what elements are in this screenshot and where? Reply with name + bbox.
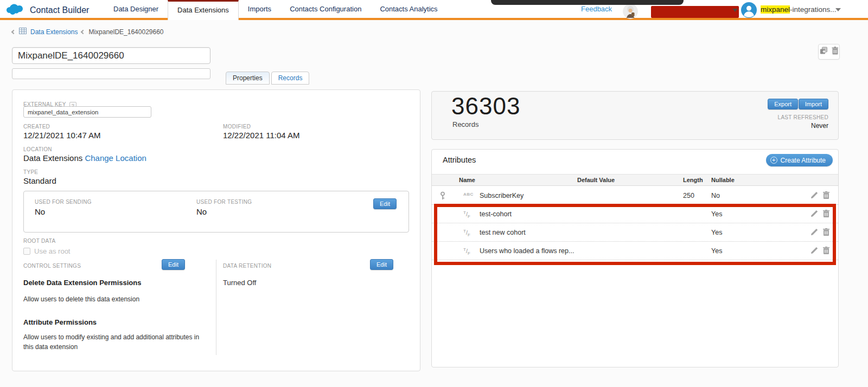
attribute-nullable: Yes (711, 229, 722, 236)
top-nav: Contact Builder Data Designer Data Exten… (0, 0, 868, 20)
boolean-type-icon: T/F (463, 229, 470, 237)
delete-attribute-icon[interactable] (823, 191, 829, 201)
control-settings-label: CONTROL SETTINGS (23, 263, 81, 269)
data-retention-label: DATA RETENTION (223, 263, 271, 269)
attribute-nullable: Yes (711, 210, 722, 218)
create-attribute-button[interactable]: + Create Attribute (766, 154, 833, 166)
boolean-type-icon: T/F (463, 210, 470, 219)
breadcrumb-current: MixpanelDE_1640029660 (88, 28, 163, 36)
panel-divider (216, 260, 216, 355)
tab-properties[interactable]: Properties (226, 72, 270, 85)
text-type-icon: ABC (463, 192, 474, 197)
user-menu[interactable]: mixpanel-integrations... (761, 5, 837, 14)
attribute-name: test new cohort (480, 229, 526, 236)
used-for-testing-label: USED FOR TESTING (196, 199, 252, 205)
type-label: TYPE (23, 169, 38, 175)
created-value: 12/21/2021 10:47 AM (23, 131, 101, 140)
edit-attribute-icon[interactable] (810, 247, 818, 256)
nav-tab-contacts-analytics[interactable]: Contacts Analytics (371, 0, 446, 20)
edit-attribute-icon[interactable] (810, 191, 818, 201)
table-row-test-cohort[interactable]: T/F test-cohort Yes (432, 205, 838, 223)
data-extension-grid-icon (19, 28, 27, 36)
column-nullable: Nullable (711, 177, 735, 183)
change-location-link[interactable]: Change Location (85, 153, 146, 163)
attributes-title: Attributes (443, 156, 476, 164)
modified-value: 12/22/2021 11:04 AM (223, 131, 300, 140)
app-brand[interactable]: Contact Builder (7, 3, 89, 17)
modified-label: MODIFIED (223, 124, 251, 130)
edit-sending-button[interactable]: Edit (373, 198, 397, 209)
edit-control-settings-button[interactable]: Edit (162, 259, 185, 270)
copy-button[interactable] (820, 47, 828, 57)
records-summary-panel: 36303 Records Export Import LAST REFRESH… (431, 91, 839, 140)
table-row-subscriberkey[interactable]: ABC SubscriberKey 250 No (432, 186, 838, 205)
header-action-buttons (818, 44, 840, 60)
nav-tab-data-extensions[interactable]: Data Extensions (168, 0, 239, 20)
username-highlight: mixpanel (761, 5, 790, 14)
attribute-length: 250 (683, 192, 694, 199)
redaction-bar-black (491, 0, 684, 5)
nav-tab-contacts-configuration[interactable]: Contacts Configuration (280, 0, 371, 20)
primary-key-icon (440, 191, 445, 202)
column-name: Name (459, 177, 475, 183)
attribute-permissions-desc: Allow users to modify existing and add a… (23, 332, 202, 352)
use-as-root-label: Use as root (34, 247, 70, 255)
table-row-test-new-cohort[interactable]: T/F test new cohort Yes (432, 223, 838, 242)
org-dropdown-caret-icon[interactable] (732, 9, 738, 12)
attribute-nullable: Yes (711, 247, 722, 255)
plus-icon: + (770, 157, 777, 164)
attributes-panel: Attributes + Create Attribute Name Defau… (431, 149, 839, 367)
used-for-sending-value: No (35, 207, 45, 216)
mascot-avatar[interactable] (623, 4, 638, 19)
export-button[interactable]: Export (768, 99, 798, 109)
last-refreshed-label: LAST REFRESHED (778, 114, 828, 120)
feedback-link[interactable]: Feedback (581, 5, 612, 13)
properties-panel: EXTERNAL KEY? CREATED 12/21/2021 10:47 A… (12, 89, 420, 371)
last-refreshed-value: Never (811, 122, 828, 130)
chevron-left-icon (81, 29, 85, 34)
redaction-bar-red (651, 6, 739, 18)
user-dropdown-caret-icon[interactable] (835, 8, 841, 11)
create-attribute-label: Create Attribute (781, 157, 826, 164)
attributes-table-header: Name Default Value Length Nullable (432, 174, 838, 186)
delete-attribute-icon[interactable] (823, 247, 829, 256)
root-data-label: ROOT DATA (23, 238, 55, 244)
external-key-input[interactable] (23, 106, 151, 118)
username-rest: -integrations... (790, 5, 837, 14)
edit-data-retention-button[interactable]: Edit (370, 259, 393, 270)
import-button[interactable]: Import (799, 99, 828, 109)
edit-attribute-icon[interactable] (810, 228, 818, 238)
breadcrumb-data-extensions-link[interactable]: Data Extensions (30, 28, 78, 36)
delete-attribute-icon[interactable] (823, 228, 829, 238)
column-default-value: Default Value (577, 177, 615, 183)
location-value: Data Extensions (23, 153, 82, 163)
data-retention-value: Turned Off (223, 279, 256, 287)
location-row: Data Extensions Change Location (23, 153, 146, 163)
attributes-table-body: ABC SubscriberKey 250 No T/F test-cohort… (432, 186, 838, 260)
column-length: Length (683, 177, 703, 183)
breadcrumb: Data Extensions MixpanelDE_1640029660 (12, 28, 164, 36)
tab-records[interactable]: Records (271, 72, 310, 85)
user-avatar[interactable] (741, 2, 757, 18)
records-label: Records (452, 120, 478, 128)
edit-attribute-icon[interactable] (810, 210, 818, 220)
nav-tab-imports[interactable]: Imports (239, 0, 280, 20)
app-title: Contact Builder (30, 5, 89, 15)
record-count: 36303 (451, 93, 520, 120)
location-label: LOCATION (23, 146, 52, 152)
attribute-permissions-title: Attribute Permissions (23, 318, 97, 326)
delete-permissions-desc: Allow users to delete this data extensio… (23, 294, 139, 304)
use-as-root-row: Use as root (23, 246, 70, 256)
sending-settings-box: USED FOR SENDING No USED FOR TESTING No … (23, 191, 409, 233)
data-extension-name-input[interactable] (12, 47, 210, 64)
delete-button[interactable] (832, 47, 839, 57)
content-tabs: Properties Records (226, 72, 309, 85)
attribute-name: Users who loaded a flows rep... (480, 247, 574, 255)
use-as-root-checkbox[interactable] (23, 248, 30, 255)
chevron-left-icon[interactable] (11, 29, 16, 34)
data-extension-description-input[interactable] (12, 68, 210, 79)
delete-attribute-icon[interactable] (823, 210, 829, 220)
salesforce-cloud-icon (7, 3, 25, 17)
nav-tab-data-designer[interactable]: Data Designer (104, 0, 168, 20)
table-row-users-who-loaded[interactable]: T/F Users who loaded a flows rep... Yes (432, 242, 838, 260)
